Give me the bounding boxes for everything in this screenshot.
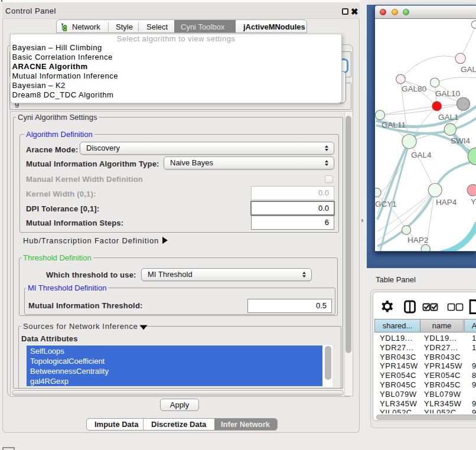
svg-text:Y: Y — [471, 197, 476, 206]
svg-text:GAL10: GAL10 — [435, 89, 460, 98]
svg-text:HAP2: HAP2 — [407, 236, 428, 244]
svg-text:GAL2: GAL2 — [461, 65, 476, 74]
svg-text:GAL4: GAL4 — [411, 151, 432, 159]
svg-text:SWI4: SWI4 — [451, 136, 470, 145]
svg-text:GCY1: GCY1 — [375, 200, 397, 208]
svg-text:GAL11: GAL11 — [382, 120, 406, 129]
svg-text:GAL1: GAL1 — [438, 113, 459, 122]
svg-text:GAL80: GAL80 — [402, 84, 426, 93]
svg-text:HAP4: HAP4 — [436, 198, 457, 207]
